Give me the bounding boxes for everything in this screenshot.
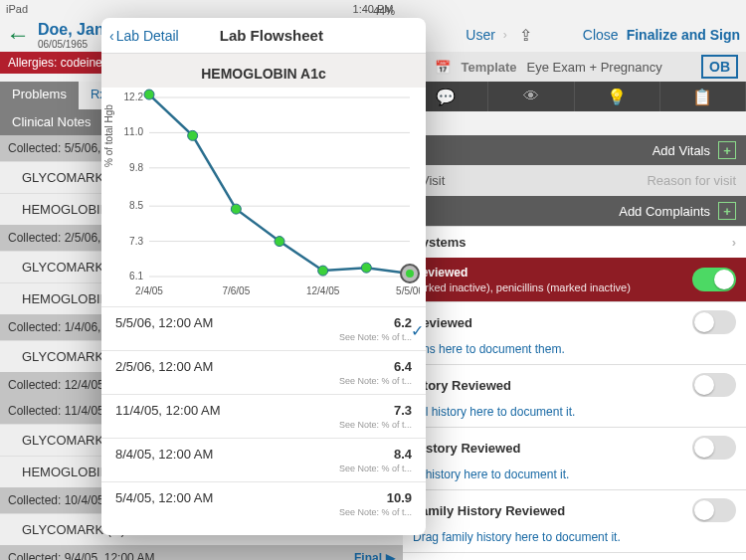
history-section-2[interactable]: History Reviewed al history here to docu… [403,427,746,489]
encounter-panel: Add Vitals+ r Visit Reason for visit Add… [403,135,746,560]
svg-text:2/4/05: 2/4/05 [135,285,163,296]
svg-text:6.1: 6.1 [129,271,143,281]
line-chart: 12.211.09.88.57.36.12/4/057/6/0512/4/055… [101,88,420,306]
svg-point-18 [231,204,241,214]
svg-point-23 [406,270,414,278]
add-vitals-bar[interactable]: Add Vitals+ [403,135,746,165]
toggle-switch[interactable] [692,310,736,334]
reviewed-section[interactable]: Reviewed ems here to document them. [403,301,746,364]
section-title: History Reviewed [413,441,520,456]
svg-point-20 [318,266,328,276]
section-sub: narked inactive), penicillins (marked in… [413,281,631,293]
visit-hint: Reason for visit [647,173,736,188]
svg-point-17 [188,130,198,140]
close-button[interactable]: Close [583,27,619,43]
svg-point-21 [361,263,371,273]
chevron-left-icon: ‹ [109,28,114,44]
icon-rail: 💬 👁 💡 📋 [403,82,746,111]
section-sub: cal history here to document it. [403,405,746,427]
systems-section[interactable]: Systems› [403,226,746,258]
history-section-1[interactable]: istory Reviewed cal history here to docu… [403,364,746,427]
allergies-reviewed-section[interactable]: Reviewed narked inactive), penicillins (… [403,258,746,301]
modal-header: ‹Lab Detail Lab Flowsheet [101,18,426,54]
check-icon: ✓ [411,321,424,340]
result-row[interactable]: 5/5/06, 12:00 AM6.2See Note: % of t...✓ [101,306,426,350]
svg-text:7.3: 7.3 [129,236,143,247]
section-sub: Drag family history here to document it. [403,530,746,552]
template-label: Template [461,60,516,75]
svg-text:5/5/06: 5/5/06 [396,285,420,296]
add-complaints-bar[interactable]: Add Complaints+ [403,196,746,226]
status-bar: iPad 1:40 PM ✱ 44% [0,0,746,18]
modal-title: Lab Flowsheet [117,27,426,44]
section-sub: ems here to document them. [403,342,746,364]
result-row[interactable]: 8/4/05, 12:00 AM8.4See Note: % of t... [101,438,426,481]
device-label: iPad [6,3,28,15]
clipboard-icon[interactable]: 📋 [660,82,746,111]
chart-area[interactable]: % of total Hgb 12.211.09.88.57.36.12/4/0… [101,88,420,306]
bluetooth-icon: ✱ [380,0,389,1]
result-row[interactable]: 11/4/05, 12:00 AM7.3See Note: % of t... [101,394,426,438]
lab-flowsheet-modal: ‹Lab Detail Lab Flowsheet HEMOGLOBIN A1c… [101,18,426,535]
allergy-label: Allergies: [8,56,57,70]
svg-point-19 [275,237,284,247]
toggle-switch[interactable] [692,498,736,522]
svg-point-16 [144,90,154,99]
chevron-right-icon[interactable]: › [503,28,507,42]
svg-text:9.8: 9.8 [129,162,143,173]
template-value[interactable]: Eye Exam + Pregnancy [527,60,662,75]
plus-icon[interactable]: + [718,202,736,220]
chart-title: HEMOGLOBIN A1c [101,54,426,88]
svg-text:11.0: 11.0 [124,126,144,137]
plus-icon[interactable]: + [718,141,736,159]
social-history-section[interactable]: Social History Reviewed [403,552,746,560]
ob-badge[interactable]: OB [701,55,738,79]
result-row[interactable]: 2/5/06, 12:00 AM6.4See Note: % of t... [101,350,426,394]
section-title: Family History Reviewed [413,503,565,518]
template-row: 14 📅 Template Eye Exam + Pregnancy OB [403,52,746,82]
add-vitals-label: Add Vitals [653,143,710,158]
svg-text:7/6/05: 7/6/05 [222,285,250,296]
svg-text:12.2: 12.2 [124,92,144,102]
user-label[interactable]: User [466,27,495,43]
tab-problems[interactable]: Problems [0,82,79,109]
result-row[interactable]: 5/4/05, 12:00 AM10.9See Note: % of t... [101,481,426,525]
play-icon: ▶ [386,551,395,560]
back-icon[interactable]: ← [6,21,30,49]
y-axis-label: % of total Hgb [103,104,114,167]
section-title: istory Reviewed [413,378,511,393]
section-sub: al history here to document it. [403,467,746,489]
toggle-switch[interactable] [692,268,736,291]
reason-visit-row[interactable]: r Visit Reason for visit [403,165,746,196]
section-title: Reviewed [413,266,631,280]
calendar-icon[interactable]: 📅 [435,60,451,75]
results-list[interactable]: 5/5/06, 12:00 AM6.2See Note: % of t...✓2… [101,306,426,535]
collection-header[interactable]: Collected: 9/4/05, 12:00 AMFinal ▶ [0,545,403,560]
battery-pct: 44% [373,5,395,17]
chevron-right-icon: › [732,235,736,250]
toggle-switch[interactable] [692,436,736,460]
add-complaints-label: Add Complaints [619,204,710,219]
svg-text:12/4/05: 12/4/05 [306,285,340,296]
family-history-section[interactable]: Family History Reviewed Drag family hist… [403,489,746,552]
bulb-icon[interactable]: 💡 [575,82,660,111]
finalize-button[interactable]: Finalize and Sign [627,27,740,43]
share-icon[interactable]: ⇪ [515,24,537,46]
eye-icon[interactable]: 👁 [488,82,574,111]
svg-text:8.5: 8.5 [129,200,143,211]
toggle-switch[interactable] [692,373,736,397]
